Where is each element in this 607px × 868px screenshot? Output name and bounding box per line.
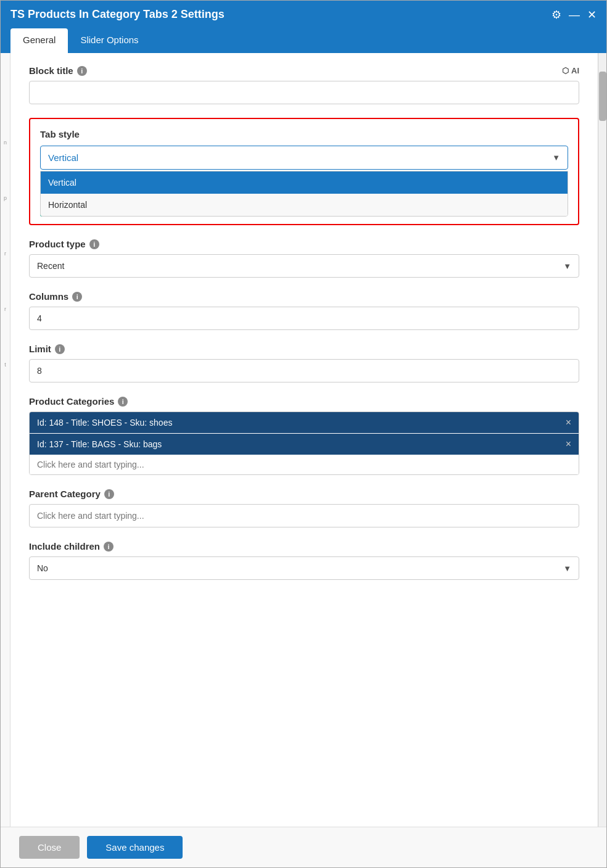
window-title: TS Products In Category Tabs 2 Settings <box>10 8 225 21</box>
product-categories-label: Product Categories i <box>29 396 579 407</box>
tag-shoes: Id: 148 - Title: SHOES - Sku: shoes × <box>30 412 579 433</box>
parent-category-input[interactable] <box>29 504 579 527</box>
product-categories-container: Id: 148 - Title: SHOES - Sku: shoes × Id… <box>29 411 579 475</box>
limit-input[interactable] <box>29 359 579 382</box>
limit-label: Limit i <box>29 344 579 354</box>
block-title-info-icon[interactable]: i <box>77 66 87 76</box>
tab-bar: General Slider Options <box>1 28 606 53</box>
minimize-icon[interactable]: — <box>569 9 580 20</box>
parent-category-group: Parent Category i <box>29 489 579 527</box>
product-type-info-icon[interactable]: i <box>89 239 99 249</box>
tag-shoes-close-icon[interactable]: × <box>566 417 571 428</box>
close-button[interactable]: Close <box>19 836 80 859</box>
block-title-group: Block title i ⬡ AI <box>29 65 579 104</box>
columns-info-icon[interactable]: i <box>72 292 82 302</box>
include-children-info-icon[interactable]: i <box>104 542 114 552</box>
parent-category-info-icon[interactable]: i <box>104 489 114 499</box>
include-children-label: Include children i <box>29 541 579 552</box>
ai-badge: ⬡ AI <box>562 66 579 75</box>
left-markers: n p r r t <box>1 53 10 827</box>
columns-group: Columns i <box>29 291 579 330</box>
product-categories-search-input[interactable] <box>30 455 579 474</box>
title-bar: TS Products In Category Tabs 2 Settings … <box>1 1 606 28</box>
product-type-selected[interactable]: Recent ▼ <box>29 254 579 278</box>
include-children-selected[interactable]: No ▼ <box>29 556 579 580</box>
product-type-label: Product type i <box>29 239 579 249</box>
columns-input[interactable] <box>29 307 579 330</box>
tab-slider-options[interactable]: Slider Options <box>68 28 151 53</box>
close-icon[interactable]: ✕ <box>587 9 597 20</box>
tab-style-chevron-down-icon: ▼ <box>552 153 560 162</box>
limit-info-icon[interactable]: i <box>55 344 65 354</box>
block-title-label: Block title i ⬡ AI <box>29 65 579 76</box>
tab-style-section: Tab style Vertical ▼ Vertical Horizontal <box>29 118 579 225</box>
include-children-chevron-down-icon: ▼ <box>563 564 571 573</box>
columns-label: Columns i <box>29 291 579 302</box>
scrollbar[interactable] <box>598 53 606 827</box>
block-title-input[interactable] <box>29 81 579 104</box>
product-categories-info-icon[interactable]: i <box>118 397 128 407</box>
footer: Close Save changes <box>1 827 606 867</box>
window-controls: ⚙ — ✕ <box>551 9 597 20</box>
product-type-chevron-down-icon: ▼ <box>563 262 571 271</box>
product-type-group: Product type i Recent ▼ <box>29 239 579 278</box>
tag-bags-close-icon[interactable]: × <box>566 439 571 450</box>
product-categories-group: Product Categories i Id: 148 - Title: SH… <box>29 396 579 475</box>
scrollbar-thumb[interactable] <box>599 72 606 121</box>
save-button[interactable]: Save changes <box>87 836 183 859</box>
tab-style-options: Vertical Horizontal <box>40 171 568 217</box>
parent-category-label: Parent Category i <box>29 489 579 499</box>
tag-bags: Id: 137 - Title: BAGS - Sku: bags × <box>30 434 579 455</box>
tab-style-label: Tab style <box>40 129 568 139</box>
include-children-dropdown[interactable]: No ▼ <box>29 556 579 580</box>
settings-icon[interactable]: ⚙ <box>551 9 561 20</box>
tab-style-option-vertical[interactable]: Vertical <box>41 172 568 194</box>
tab-style-option-horizontal[interactable]: Horizontal <box>41 194 568 216</box>
include-children-group: Include children i No ▼ <box>29 541 579 580</box>
product-type-dropdown[interactable]: Recent ▼ <box>29 254 579 278</box>
ai-chip-icon: ⬡ <box>562 66 569 75</box>
limit-group: Limit i <box>29 344 579 382</box>
tab-style-selected[interactable]: Vertical ▼ <box>40 146 568 170</box>
tab-general[interactable]: General <box>10 28 68 53</box>
tab-style-dropdown[interactable]: Vertical ▼ Vertical Horizontal <box>40 146 568 170</box>
scrollbar-track <box>598 53 606 827</box>
